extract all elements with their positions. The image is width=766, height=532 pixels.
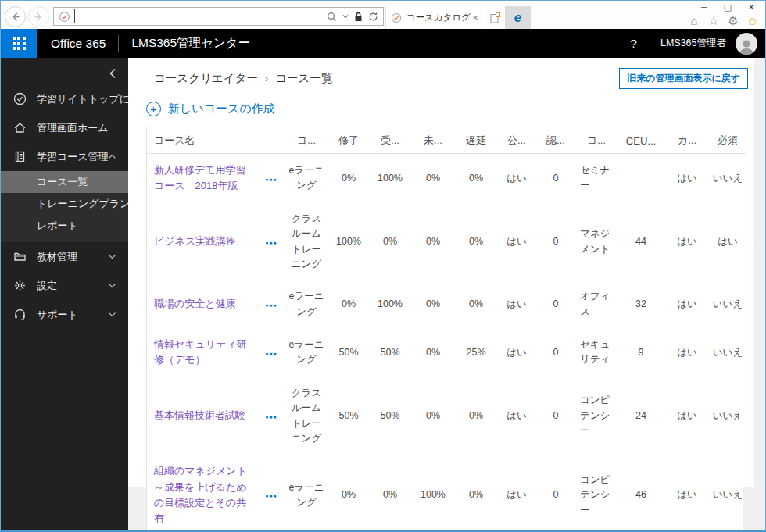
course-link[interactable]: 新人研修デモ用学習コース 2018年版 [154,164,246,191]
home-icon [13,121,27,134]
completed-cell: 50% [328,377,369,455]
sidebar-item-5[interactable]: レポート [1,215,128,237]
window-controls: ─ ▢ ✕ [693,1,763,14]
browser-forward-button[interactable] [28,6,49,27]
page-header: コースクリエイター › コース一覧 旧来の管理画面表示に戻す [128,58,754,87]
ellipsis-menu-icon[interactable]: ●●● [265,351,277,356]
course-link[interactable]: 基本情報技術者試験 [154,409,245,421]
help-button[interactable]: ? [620,37,648,50]
sidebar-item-2[interactable]: 学習コース管理 [1,142,128,171]
user-name[interactable]: LMS365管理者 [660,37,726,50]
completed-cell: 50% [328,328,369,377]
sidebar-item-label: 学習コース管理 [37,150,108,164]
browser-tab[interactable]: コースカタログ × [385,6,485,29]
ellipsis-menu-icon[interactable]: ●●● [265,240,277,245]
office365-suite-bar: Office 365 LMS365管理センター ? LMS365管理者 [1,29,765,58]
required-cell: はい [710,203,746,281]
open-in-edge-button[interactable]: e [505,6,531,29]
course-link[interactable]: ビジネス実践講座 [154,235,236,247]
type-cell: eラーニング [285,328,328,377]
breadcrumb-current: コース一覧 [275,71,332,86]
breadcrumb-parent[interactable]: コースクリエイター [154,71,258,86]
catalog-cell: はい [664,328,710,377]
avatar[interactable] [736,33,757,55]
cert-cell: 0 [536,377,575,455]
ceu-cell [617,154,664,203]
column-header-7[interactable]: 公... [497,127,536,154]
ellipsis-menu-icon[interactable]: ●●● [265,493,277,498]
overdue-cell: 0% [455,280,497,328]
refresh-icon[interactable] [368,12,378,22]
ellipsis-menu-icon[interactable]: ●●● [265,302,277,308]
required-cell: いいえ [710,328,746,377]
column-header-11[interactable]: カ... [664,127,710,154]
ellipsis-menu-icon[interactable]: ●●● [265,177,277,182]
overdue-cell: 0% [455,154,497,203]
table-row: 基本情報技術者試験●●●クラスルームトレーニング50%50%0%0%はい0コンピ… [147,377,746,455]
course-name-cell: 新人研修デモ用学習コース 2018年版 [147,154,258,203]
create-course-button[interactable]: + 新しいコースの作成 [146,102,275,116]
sidebar-item-label: 設定 [37,279,57,293]
browser-back-button[interactable] [5,6,26,27]
browser-titlebar: コースカタログ × e ─ ▢ ✕ ⌂ ☆ ⚙ ☺ [1,1,765,29]
app-launcher-button[interactable] [1,29,37,58]
ellipsis-menu-icon[interactable]: ●●● [265,414,277,420]
column-header-12[interactable]: 必須 [710,127,746,154]
settings-gear-icon[interactable]: ⚙ [725,14,742,28]
course-grid: コース名コ...修了受...未...遅延公...認...コ...CEU...カ.… [146,127,743,530]
address-bar[interactable] [53,7,384,26]
sidebar-item-label: レポート [37,219,78,233]
table-row: 新人研修デモ用学習コース 2018年版●●●eラーニング0%100%0%0%はい… [147,154,746,203]
sidebar-item-7[interactable]: 設定 [1,271,128,300]
address-input[interactable] [74,9,327,23]
waffle-icon [13,37,26,50]
course-link[interactable]: 職場の安全と健康 [154,298,236,309]
catalog-cell: はい [664,377,710,455]
column-header-0[interactable]: コース名 [147,127,258,154]
column-header-3[interactable]: 修了 [328,127,369,154]
minimize-button[interactable]: ─ [693,1,716,14]
office365-brand[interactable]: Office 365 [51,37,106,51]
sidebar-item-1[interactable]: 管理画面ホーム [1,113,128,142]
not_started-cell: 0% [411,280,455,328]
legacy-view-button[interactable]: 旧来の管理画面表示に戻す [619,68,748,89]
column-header-9[interactable]: コ... [575,127,617,154]
sidebar-item-label: コース一覧 [37,175,88,189]
column-header-10[interactable]: CEU... [617,127,664,154]
tab-close-icon[interactable]: × [471,12,480,23]
sidebar-item-label: トレーニングプラン一覧 [37,197,128,211]
published-cell: はい [497,203,536,281]
sidebar-item-3[interactable]: コース一覧 [1,171,128,193]
headset-icon [13,308,27,321]
course-link[interactable]: 情報セキュリティ研修（デモ） [154,338,247,366]
required-cell: いいえ [710,377,746,455]
ceu-cell: 24 [617,377,664,455]
completed-cell: 100% [328,203,369,281]
maximize-button[interactable]: ▢ [716,1,739,14]
column-header-8[interactable]: 認... [536,127,575,154]
column-header-2[interactable]: コ... [285,127,328,154]
course-link[interactable]: 組織のマネジメント～成果を上げるための目標設定とその共有 [154,465,247,524]
sidebar-item-0[interactable]: 学習サイトトップに... [1,84,128,113]
sidebar-item-8[interactable]: サポート [1,300,128,329]
app-title: LMS365管理センター [131,35,250,52]
sidebar-item-4[interactable]: トレーニングプラン一覧 [1,193,128,215]
caret-down-icon[interactable] [342,14,349,19]
course-book-icon [13,150,27,163]
sidebar-collapse-button[interactable] [1,62,128,84]
feedback-smiley-icon[interactable]: ☺ [744,14,761,28]
table-header-row: コース名コ...修了受...未...遅延公...認...コ...CEU...カ.… [147,127,746,154]
column-header-6[interactable]: 遅延 [455,127,497,154]
column-header-4[interactable]: 受... [369,127,411,154]
new-tab-button[interactable] [485,6,505,29]
column-header-5[interactable]: 未... [411,127,455,154]
home-icon[interactable]: ⌂ [685,14,703,28]
close-button[interactable]: ✕ [739,1,763,14]
breadcrumb-separator: › [265,73,268,84]
search-icon[interactable] [327,12,337,22]
published-cell: はい [497,280,536,328]
overdue-cell: 25% [455,328,497,377]
category-cell: マネジメント [575,203,617,281]
favorites-star-icon[interactable]: ☆ [705,14,722,28]
sidebar-item-6[interactable]: 教材管理 [1,242,128,271]
